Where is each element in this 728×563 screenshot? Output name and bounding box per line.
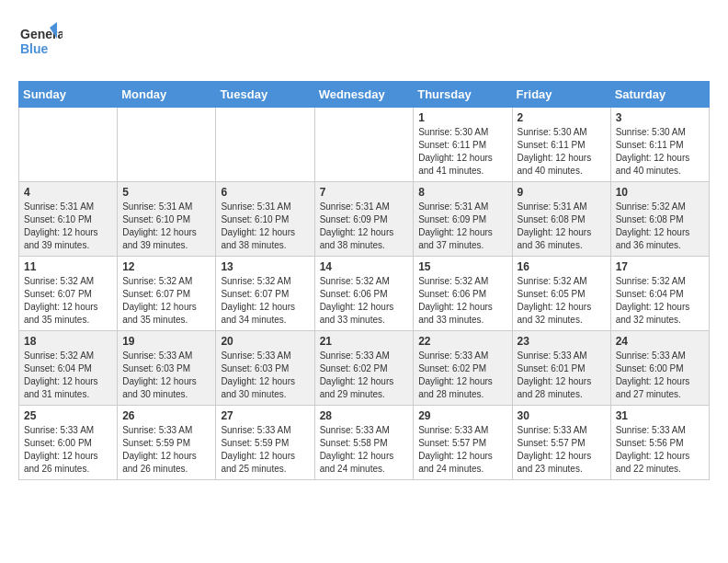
day-info: Sunrise: 5:32 AM Sunset: 6:06 PM Dayligh… <box>418 275 506 327</box>
calendar-cell <box>216 108 314 182</box>
day-info: Sunrise: 5:32 AM Sunset: 6:04 PM Dayligh… <box>616 275 704 327</box>
day-number: 23 <box>518 335 606 348</box>
day-number: 13 <box>221 260 309 273</box>
calendar-cell: 8Sunrise: 5:31 AM Sunset: 6:09 PM Daylig… <box>414 182 512 257</box>
day-number: 1 <box>418 111 506 124</box>
day-number: 12 <box>122 260 210 273</box>
day-info: Sunrise: 5:32 AM Sunset: 6:06 PM Dayligh… <box>320 275 409 327</box>
day-info: Sunrise: 5:33 AM Sunset: 6:00 PM Dayligh… <box>616 350 704 401</box>
day-number: 16 <box>518 260 606 273</box>
day-number: 19 <box>122 335 210 348</box>
day-info: Sunrise: 5:33 AM Sunset: 5:56 PM Dayligh… <box>616 424 704 476</box>
calendar-cell <box>19 108 118 182</box>
day-info: Sunrise: 5:33 AM Sunset: 5:57 PM Dayligh… <box>518 424 606 476</box>
calendar-cell <box>118 108 216 182</box>
calendar-cell: 30Sunrise: 5:33 AM Sunset: 5:57 PM Dayli… <box>512 406 610 480</box>
day-info: Sunrise: 5:32 AM Sunset: 6:08 PM Dayligh… <box>616 201 704 252</box>
calendar-cell: 7Sunrise: 5:31 AM Sunset: 6:09 PM Daylig… <box>314 182 414 257</box>
day-info: Sunrise: 5:32 AM Sunset: 6:04 PM Dayligh… <box>24 350 112 401</box>
day-number: 8 <box>418 186 506 199</box>
day-info: Sunrise: 5:32 AM Sunset: 6:07 PM Dayligh… <box>122 275 210 327</box>
page-header: General Blue <box>18 18 710 66</box>
day-number: 14 <box>320 260 409 273</box>
day-info: Sunrise: 5:32 AM Sunset: 6:07 PM Dayligh… <box>221 275 309 327</box>
day-info: Sunrise: 5:33 AM Sunset: 5:57 PM Dayligh… <box>418 424 506 476</box>
calendar-cell: 13Sunrise: 5:32 AM Sunset: 6:07 PM Dayli… <box>216 257 314 331</box>
calendar-cell: 18Sunrise: 5:32 AM Sunset: 6:04 PM Dayli… <box>19 331 118 406</box>
calendar-table: SundayMondayTuesdayWednesdayThursdayFrid… <box>18 81 710 480</box>
weekday-header: Wednesday <box>314 82 414 108</box>
day-number: 4 <box>24 186 112 199</box>
calendar-cell: 10Sunrise: 5:32 AM Sunset: 6:08 PM Dayli… <box>610 182 709 257</box>
day-info: Sunrise: 5:33 AM Sunset: 6:01 PM Dayligh… <box>518 350 606 401</box>
calendar-cell: 15Sunrise: 5:32 AM Sunset: 6:06 PM Dayli… <box>414 257 512 331</box>
calendar-cell: 14Sunrise: 5:32 AM Sunset: 6:06 PM Dayli… <box>314 257 414 331</box>
calendar-cell: 23Sunrise: 5:33 AM Sunset: 6:01 PM Dayli… <box>512 331 610 406</box>
weekday-header: Saturday <box>610 82 709 108</box>
calendar-cell <box>314 108 414 182</box>
day-number: 15 <box>418 260 506 273</box>
day-info: Sunrise: 5:33 AM Sunset: 5:58 PM Dayligh… <box>320 424 409 476</box>
calendar-cell: 4Sunrise: 5:31 AM Sunset: 6:10 PM Daylig… <box>19 182 118 257</box>
day-info: Sunrise: 5:31 AM Sunset: 6:10 PM Dayligh… <box>122 201 210 252</box>
weekday-header: Friday <box>512 82 610 108</box>
calendar-cell: 12Sunrise: 5:32 AM Sunset: 6:07 PM Dayli… <box>118 257 216 331</box>
calendar-week-row: 1Sunrise: 5:30 AM Sunset: 6:11 PM Daylig… <box>19 108 710 182</box>
calendar-header-row: SundayMondayTuesdayWednesdayThursdayFrid… <box>19 82 710 108</box>
day-number: 2 <box>518 111 606 124</box>
weekday-header: Sunday <box>19 82 118 108</box>
calendar-cell: 28Sunrise: 5:33 AM Sunset: 5:58 PM Dayli… <box>314 406 414 480</box>
day-number: 5 <box>122 186 210 199</box>
day-number: 9 <box>518 186 606 199</box>
day-number: 11 <box>24 260 112 273</box>
day-info: Sunrise: 5:30 AM Sunset: 6:11 PM Dayligh… <box>518 126 606 178</box>
day-number: 21 <box>320 335 409 348</box>
weekday-header: Tuesday <box>216 82 314 108</box>
day-number: 27 <box>221 409 309 422</box>
day-number: 24 <box>616 335 704 348</box>
calendar-cell: 29Sunrise: 5:33 AM Sunset: 5:57 PM Dayli… <box>414 406 512 480</box>
day-info: Sunrise: 5:30 AM Sunset: 6:11 PM Dayligh… <box>616 126 704 178</box>
svg-text:Blue: Blue <box>20 41 49 56</box>
calendar-week-row: 4Sunrise: 5:31 AM Sunset: 6:10 PM Daylig… <box>19 182 710 257</box>
calendar-cell: 11Sunrise: 5:32 AM Sunset: 6:07 PM Dayli… <box>19 257 118 331</box>
calendar-cell: 19Sunrise: 5:33 AM Sunset: 6:03 PM Dayli… <box>118 331 216 406</box>
calendar-week-row: 18Sunrise: 5:32 AM Sunset: 6:04 PM Dayli… <box>19 331 710 406</box>
day-number: 30 <box>518 409 606 422</box>
calendar-cell: 31Sunrise: 5:33 AM Sunset: 5:56 PM Dayli… <box>610 406 709 480</box>
calendar-cell: 3Sunrise: 5:30 AM Sunset: 6:11 PM Daylig… <box>610 108 709 182</box>
day-info: Sunrise: 5:33 AM Sunset: 6:03 PM Dayligh… <box>221 350 309 401</box>
day-info: Sunrise: 5:33 AM Sunset: 6:02 PM Dayligh… <box>320 350 409 401</box>
day-info: Sunrise: 5:33 AM Sunset: 6:03 PM Dayligh… <box>122 350 210 401</box>
day-number: 25 <box>24 409 112 422</box>
calendar-cell: 5Sunrise: 5:31 AM Sunset: 6:10 PM Daylig… <box>118 182 216 257</box>
calendar-cell: 17Sunrise: 5:32 AM Sunset: 6:04 PM Dayli… <box>610 257 709 331</box>
logo-icon: General Blue <box>18 18 63 63</box>
day-number: 31 <box>616 409 704 422</box>
calendar-cell: 22Sunrise: 5:33 AM Sunset: 6:02 PM Dayli… <box>414 331 512 406</box>
day-info: Sunrise: 5:31 AM Sunset: 6:10 PM Dayligh… <box>221 201 309 252</box>
weekday-header: Thursday <box>414 82 512 108</box>
calendar-cell: 27Sunrise: 5:33 AM Sunset: 5:59 PM Dayli… <box>216 406 314 480</box>
day-info: Sunrise: 5:33 AM Sunset: 6:02 PM Dayligh… <box>418 350 506 401</box>
calendar-week-row: 25Sunrise: 5:33 AM Sunset: 6:00 PM Dayli… <box>19 406 710 480</box>
day-info: Sunrise: 5:31 AM Sunset: 6:09 PM Dayligh… <box>320 201 409 252</box>
calendar-cell: 16Sunrise: 5:32 AM Sunset: 6:05 PM Dayli… <box>512 257 610 331</box>
calendar-cell: 21Sunrise: 5:33 AM Sunset: 6:02 PM Dayli… <box>314 331 414 406</box>
day-info: Sunrise: 5:33 AM Sunset: 5:59 PM Dayligh… <box>221 424 309 476</box>
day-info: Sunrise: 5:31 AM Sunset: 6:10 PM Dayligh… <box>24 201 112 252</box>
day-info: Sunrise: 5:33 AM Sunset: 6:00 PM Dayligh… <box>24 424 112 476</box>
calendar-cell: 2Sunrise: 5:30 AM Sunset: 6:11 PM Daylig… <box>512 108 610 182</box>
day-number: 10 <box>616 186 704 199</box>
calendar-cell: 9Sunrise: 5:31 AM Sunset: 6:08 PM Daylig… <box>512 182 610 257</box>
day-info: Sunrise: 5:32 AM Sunset: 6:07 PM Dayligh… <box>24 275 112 327</box>
day-number: 20 <box>221 335 309 348</box>
day-number: 26 <box>122 409 210 422</box>
day-number: 7 <box>320 186 409 199</box>
day-number: 6 <box>221 186 309 199</box>
day-number: 17 <box>616 260 704 273</box>
day-info: Sunrise: 5:31 AM Sunset: 6:09 PM Dayligh… <box>418 201 506 252</box>
day-number: 22 <box>418 335 506 348</box>
day-number: 18 <box>24 335 112 348</box>
calendar-cell: 20Sunrise: 5:33 AM Sunset: 6:03 PM Dayli… <box>216 331 314 406</box>
